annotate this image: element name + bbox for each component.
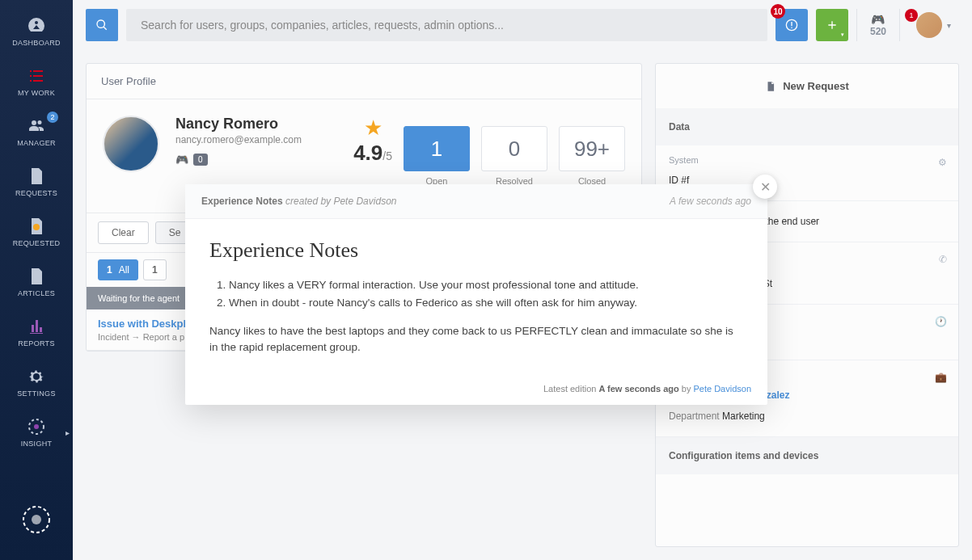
profile-points: 0 xyxy=(193,154,208,166)
list-icon xyxy=(27,66,46,86)
chevron-down-icon: ▾ xyxy=(841,32,844,38)
new-request-button[interactable]: New Request xyxy=(656,64,958,108)
author-link[interactable]: Pete Davidson xyxy=(693,384,751,394)
chevron-down-icon: ▾ xyxy=(947,21,951,30)
rating-max: /5 xyxy=(382,149,392,162)
notifications-button[interactable]: 10 xyxy=(775,9,808,41)
tab-label: All xyxy=(119,264,129,276)
user-menu[interactable]: 1 ▾ xyxy=(908,12,959,38)
stat-open[interactable]: 1 xyxy=(404,126,470,171)
tab-all[interactable]: 1 All xyxy=(98,259,138,280)
modal-header: Experience Notes created by Pete Davidso… xyxy=(185,184,767,219)
gears-icon xyxy=(27,367,46,386)
page-icon xyxy=(27,267,46,286)
user-badge: 1 xyxy=(905,9,918,22)
config-section-header: Configuration items and devices xyxy=(656,437,958,474)
sidebar-item-reports[interactable]: REPORTS xyxy=(0,307,73,357)
points-display[interactable]: 🎮 520 xyxy=(856,9,900,41)
notification-badge: 10 xyxy=(771,4,785,19)
clock-icon[interactable]: 🕐 xyxy=(935,316,947,327)
sidebar-badge: 2 xyxy=(47,112,58,123)
app-logo-icon xyxy=(20,503,53,536)
points-value: 520 xyxy=(870,26,886,37)
sidebar-item-mywork[interactable]: MY WORK xyxy=(0,57,73,107)
plus-icon xyxy=(826,19,839,32)
modal-header-title: Experience Notes xyxy=(201,196,283,207)
sidebar-label: REQUESTED xyxy=(13,239,61,247)
sidebar-item-manager[interactable]: 2 MANAGER xyxy=(0,107,73,157)
svg-point-0 xyxy=(33,224,40,230)
gauge-icon xyxy=(27,16,46,36)
modal-header-author: created by Pete Davidson xyxy=(285,196,396,207)
document-plus-icon xyxy=(765,81,776,92)
chart-icon xyxy=(27,317,46,336)
block-label: System xyxy=(669,155,945,165)
sidebar-label: DASHBOARD xyxy=(12,39,61,47)
avatar xyxy=(916,12,942,38)
briefcase-icon[interactable]: 💼 xyxy=(935,372,947,383)
experience-notes-modal: ✕ Experience Notes created by Pete David… xyxy=(185,184,767,405)
close-button[interactable]: ✕ xyxy=(753,175,777,199)
topbar: 10 ▾ 🎮 520 1 ▾ xyxy=(73,0,972,50)
sidebar-label: SETTINGS xyxy=(17,389,55,398)
note-paragraph: Nancy likes to have the best laptops and… xyxy=(209,323,743,357)
modal-body: Experience Notes Nancy likes a VERY form… xyxy=(185,219,767,376)
data-row: Department Marketing xyxy=(669,406,945,427)
clear-button[interactable]: Clear xyxy=(98,221,149,244)
sidebar-item-requests[interactable]: REQUESTS xyxy=(0,157,73,207)
phone-icon[interactable]: ✆ xyxy=(939,254,947,265)
search-input[interactable] xyxy=(126,9,767,41)
sidebar-item-dashboard[interactable]: DASHBOARD xyxy=(0,6,73,57)
profile-name: Nancy Romero xyxy=(175,116,302,133)
search-button[interactable] xyxy=(86,9,118,41)
rating-value: 4.9 xyxy=(353,141,382,165)
modal-title: Experience Notes xyxy=(209,238,743,263)
card-title: User Profile xyxy=(87,64,641,99)
sidebar-item-articles[interactable]: ARTICLES xyxy=(0,257,73,307)
modal-header-time: A few seconds ago xyxy=(670,196,751,207)
stat-resolved[interactable]: 0 xyxy=(481,126,547,171)
note-item: When in doubt - route Nancy's calls to F… xyxy=(229,295,743,311)
sidebar: DASHBOARD MY WORK 2 MANAGER REQUESTS REQ… xyxy=(0,0,73,560)
sidebar-label: REPORTS xyxy=(18,339,54,347)
sidebar-label: ARTICLES xyxy=(18,289,55,297)
data-section-header: Data xyxy=(656,108,958,145)
profile-email: nancy.romero@example.com xyxy=(175,134,302,145)
tab-count: 1 xyxy=(107,264,112,276)
star-icon: ★ xyxy=(353,116,392,141)
profile-picture[interactable] xyxy=(103,116,159,172)
alert-icon xyxy=(785,19,798,32)
controller-icon: 🎮 xyxy=(871,13,885,26)
sidebar-label: INSIGHT xyxy=(21,440,53,448)
document-icon xyxy=(27,166,46,186)
sidebar-label: MANAGER xyxy=(17,139,56,147)
sidebar-item-requested[interactable]: REQUESTED xyxy=(0,207,73,257)
close-icon: ✕ xyxy=(760,179,771,195)
search-icon xyxy=(95,19,108,32)
tab-count: 1 xyxy=(152,264,158,276)
stat-closed[interactable]: 99+ xyxy=(559,126,625,171)
gears-icon[interactable]: ⚙ xyxy=(938,157,947,168)
tab-second[interactable]: 1 xyxy=(143,259,167,280)
document-dollar-icon xyxy=(27,217,46,236)
sidebar-item-insight[interactable]: INSIGHT ▸ xyxy=(0,407,73,457)
sidebar-label: REQUESTS xyxy=(15,189,57,197)
users-icon xyxy=(27,116,46,136)
chevron-right-icon: ▸ xyxy=(66,428,70,437)
add-button[interactable]: ▾ xyxy=(816,9,848,41)
sidebar-label: MY WORK xyxy=(18,89,55,97)
svg-point-2 xyxy=(34,424,39,429)
note-item: Nancy likes a VERY formal interaction. U… xyxy=(229,277,743,293)
modal-footer: Latest edition A few seconds ago by Pete… xyxy=(185,376,767,405)
insight-icon xyxy=(27,417,46,436)
svg-point-4 xyxy=(32,515,41,524)
controller-icon: 🎮 xyxy=(175,154,188,166)
sidebar-item-settings[interactable]: SETTINGS xyxy=(0,357,73,407)
